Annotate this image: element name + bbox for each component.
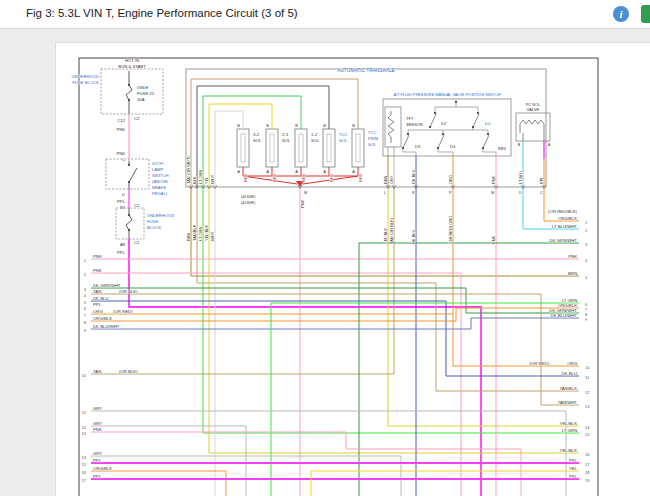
diagram-label: PNK (116, 151, 125, 156)
diagram-label: WHT (210, 174, 215, 184)
diagram-canvas[interactable]: HOT INRUN & STARTUNDERHOODFUSE BLOCKIGN … (55, 42, 650, 496)
diagram-label: B (266, 123, 269, 128)
right-wire-number: 16 (585, 452, 590, 457)
junction-dot (442, 133, 444, 135)
junction-dot (128, 99, 130, 101)
diagram-label: (4L60E) (241, 194, 256, 199)
left-wire-label: PPL (93, 474, 102, 479)
sol-tcc (323, 129, 335, 167)
right-wire-label: YEL/BLK (560, 448, 578, 453)
left-wire-number: 7 (84, 313, 87, 318)
diagram-svg[interactable]: HOT INRUN & STARTUNDERHOODFUSE BLOCKIGN … (56, 43, 650, 496)
diagram-label: TAN/BLK (192, 224, 197, 241)
diagram-label: 3-2 (253, 132, 260, 137)
wire (126, 85, 132, 100)
diagram-label: DK BLU (411, 229, 416, 244)
diagram-label: A/T FLUID PRESSURE MANUAL VALVE POSITION… (393, 92, 500, 97)
diagram-label: HOT IN (125, 58, 139, 63)
diagram-label: PNK (491, 235, 496, 244)
diagram-label: REV (498, 146, 507, 151)
wire (191, 79, 358, 187)
diagram-label: PEDAL) (152, 191, 168, 196)
left-wire-number: 9 (84, 328, 87, 333)
diagram-label: BRN (383, 175, 388, 184)
right-wire-label: BRN (568, 271, 577, 276)
wire (430, 114, 436, 127)
right-wire-number: 13 (585, 404, 590, 409)
close-button[interactable] (641, 5, 650, 23)
diagram-label: BLOCK (147, 225, 161, 230)
wire (473, 114, 479, 127)
diagram-label: RED (329, 173, 334, 182)
right-wire-number: 1 (585, 220, 588, 225)
sol-1-2 (295, 129, 307, 167)
diagram-label: C1 (134, 240, 140, 245)
diagram-label: B (295, 123, 298, 128)
left-wire-label: PNK (93, 254, 102, 259)
automatic-transaxle-box (186, 69, 546, 187)
left-wire-label-alt: (OR BLK) (119, 369, 138, 374)
pc-sol-valve-box (516, 113, 550, 141)
diagram-label: B (323, 123, 326, 128)
diagram-label: LT BLU (518, 171, 523, 184)
wire (91, 426, 246, 496)
right-wire-number: 14 (585, 425, 590, 430)
diagram-label: TFT (406, 116, 414, 121)
wire (197, 86, 329, 187)
left-wire-number: 12 (82, 425, 87, 430)
junction-dot (402, 147, 404, 149)
diagram-label: M (491, 191, 494, 195)
diagram-label: SENSOR (406, 122, 423, 127)
diagram-label: RED (301, 173, 306, 182)
junction-dot (128, 229, 130, 231)
diagram-label: RED (358, 173, 363, 182)
wire (243, 176, 297, 184)
info-icon[interactable]: i (613, 6, 629, 22)
diagram-label: C12 (117, 118, 125, 123)
right-wire-label: LT BLU/WHT (552, 224, 578, 229)
wire (520, 120, 544, 133)
diagram-label: B3 (120, 205, 126, 210)
wire (311, 471, 579, 496)
diagram-label: YEL/BLK (383, 227, 388, 244)
diagram-label: AUTOMATIC TRANSAXLE (337, 68, 395, 73)
wire (129, 168, 137, 182)
junction-dot (455, 101, 457, 103)
diagram-label: GRY (389, 175, 394, 184)
diagram-label: C2 (134, 203, 140, 208)
left-wire-number: 6 (84, 306, 87, 311)
diagram-label: DK BLU (411, 169, 416, 184)
diagram-label: A (237, 169, 240, 174)
diagram-label: B (237, 123, 240, 128)
left-wire-number: 1 (84, 258, 87, 263)
right-wire-number: 19 (585, 478, 590, 483)
diagram-label: PNK (300, 199, 305, 208)
wire (483, 135, 489, 148)
left-wire-label-alt: (OR RED) (113, 309, 133, 314)
box (270, 134, 274, 162)
diagram-label: 10A (137, 97, 145, 102)
wire (438, 135, 444, 148)
junction-dot (487, 133, 489, 135)
diagram-label: D (122, 192, 125, 197)
left-wire-number: 5 (84, 300, 87, 305)
diagram-label: A8 (120, 242, 126, 247)
right-wire-label: PPL (569, 474, 578, 479)
junction-dot (128, 84, 130, 86)
figure-title-bar: Fig 3: 5.3L VIN T, Engine Performance Ci… (0, 0, 650, 29)
sol-3-2 (237, 129, 249, 167)
diagram-label: VALVE (527, 107, 540, 112)
wire (91, 294, 579, 405)
right-wire-label-alt: (OR RED/BLK) (548, 209, 577, 214)
diagram-label: PWM (368, 136, 379, 141)
diagram-label: A (352, 169, 355, 174)
right-wire-number: 3 (585, 242, 588, 247)
diagram-label: A (323, 169, 326, 174)
left-wire-label: ORG (93, 309, 103, 314)
right-wire-number: 10 (585, 365, 590, 370)
left-wire-number: 14 (82, 455, 87, 460)
right-wire-label: PNK (568, 254, 577, 259)
sol-2-3 (266, 129, 278, 167)
left-wire-label: DK GRN/WHT (93, 283, 121, 288)
diagram-label: SOL (339, 138, 348, 143)
